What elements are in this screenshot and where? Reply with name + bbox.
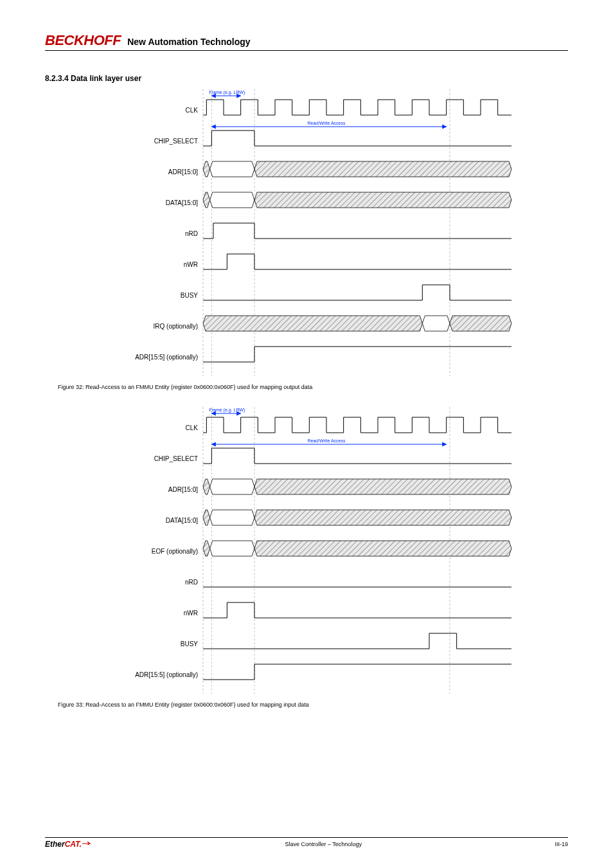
figure-32-caption: Figure 32: Read-Access to an FMMU Entity… <box>58 384 568 390</box>
svg-text:nWR: nWR <box>184 610 198 617</box>
svg-text:nWR: nWR <box>184 261 198 268</box>
svg-text:CHIP_SELECT: CHIP_SELECT <box>154 138 198 145</box>
svg-text:DATA[15:0]: DATA[15:0] <box>166 517 198 524</box>
brand-tagline: New Automation Technology <box>127 37 250 47</box>
svg-text:BUSY: BUSY <box>181 292 199 299</box>
timing-diagram-fig32: CLKFrame (e.g. LRW)CHIP_SELECTRead/Write… <box>54 89 581 376</box>
svg-text:nRD: nRD <box>185 230 198 237</box>
figure-33: CLKFrame (e.g. LRW)CHIP_SELECTRead/Write… <box>54 407 568 696</box>
svg-text:ADR[15:0]: ADR[15:0] <box>168 486 198 493</box>
svg-text:Frame (e.g. LRW): Frame (e.g. LRW) <box>209 90 245 95</box>
svg-text:Frame (e.g. LRW): Frame (e.g. LRW) <box>209 408 245 413</box>
svg-text:IRQ (optionally): IRQ (optionally) <box>154 323 198 330</box>
svg-text:DATA[15:0]: DATA[15:0] <box>166 199 198 206</box>
svg-text:BUSY: BUSY <box>181 640 199 647</box>
ethercat-logo: EtherCAT. <box>45 840 92 849</box>
timing-diagram-fig33: CLKFrame (e.g. LRW)CHIP_SELECTRead/Write… <box>54 407 581 694</box>
svg-text:ADR[15:5] (optionally): ADR[15:5] (optionally) <box>135 354 198 361</box>
svg-text:CHIP_SELECT: CHIP_SELECT <box>154 455 198 462</box>
svg-text:nRD: nRD <box>185 579 198 586</box>
svg-text:Read/Write Access: Read/Write Access <box>307 439 346 443</box>
svg-text:ADR[15:5] (optionally): ADR[15:5] (optionally) <box>135 671 198 678</box>
brand-logo: BECKHOFF <box>45 32 121 49</box>
svg-text:CLK: CLK <box>186 424 199 431</box>
page-footer: EtherCAT. Slave Controller – Technology … <box>45 837 568 849</box>
page-header: BECKHOFF New Automation Technology <box>45 32 568 51</box>
footer-center: Slave Controller – Technology <box>285 841 361 847</box>
svg-text:Read/Write Access: Read/Write Access <box>307 121 346 125</box>
footer-page: III-19 <box>555 841 568 847</box>
svg-text:CLK: CLK <box>186 107 199 114</box>
svg-text:EOF (optionally): EOF (optionally) <box>152 548 198 555</box>
figure-33-caption: Figure 33: Read-Access to an FMMU Entity… <box>58 701 568 708</box>
figure-32: CLKFrame (e.g. LRW)CHIP_SELECTRead/Write… <box>54 89 568 379</box>
section-title: 8.2.3.4 Data link layer user <box>45 74 568 83</box>
svg-text:ADR[15:0]: ADR[15:0] <box>168 168 198 176</box>
